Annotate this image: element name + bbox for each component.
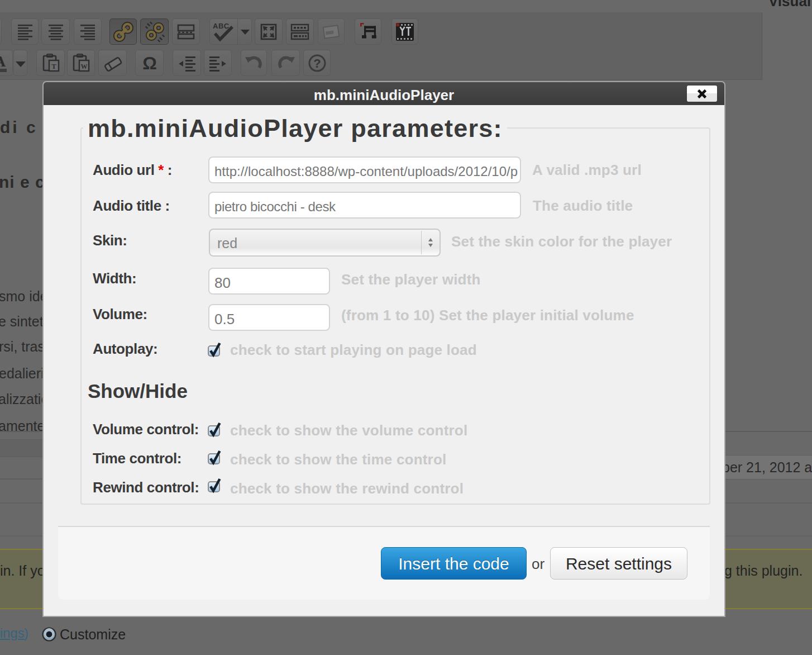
svg-text:T: T <box>51 62 56 70</box>
svg-text:A: A <box>0 53 6 70</box>
svg-text:Ω: Ω <box>142 53 157 73</box>
svg-text:?: ? <box>313 56 321 70</box>
svg-text:W: W <box>81 63 88 70</box>
svg-text:ABC: ABC <box>213 22 230 30</box>
